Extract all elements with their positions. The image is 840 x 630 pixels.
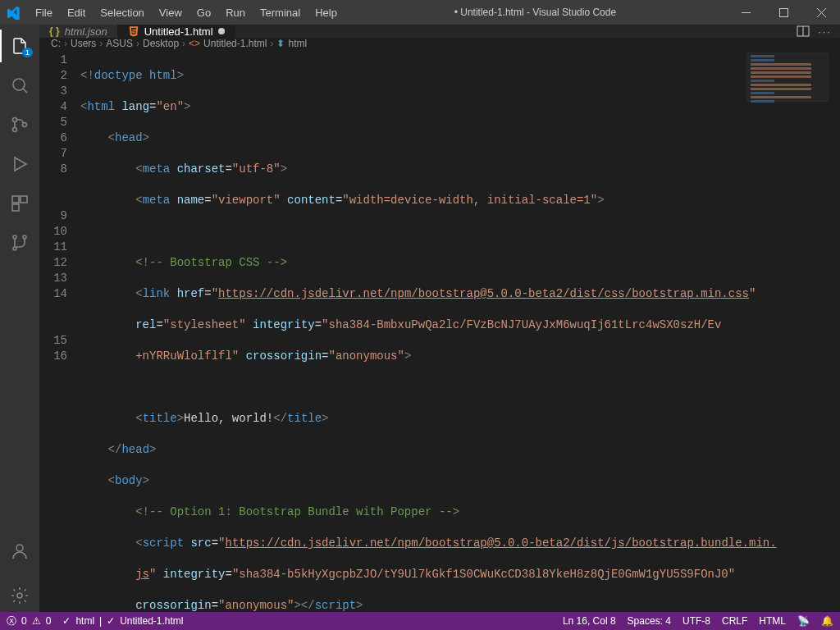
svg-point-13: [17, 593, 22, 598]
html-file-icon: [128, 25, 139, 37]
tab-label: html.json: [65, 25, 107, 38]
editor-region: { } html.json Untitled-1.html ··· C:› Us…: [39, 25, 840, 612]
vscode-logo-icon: [0, 6, 29, 20]
split-editor-icon[interactable]: [797, 25, 810, 38]
line-number-gutter: 123 456 78 910 111213 14 1516: [39, 49, 80, 630]
svg-point-2: [13, 79, 25, 90]
crumb[interactable]: ASUS: [106, 38, 133, 49]
modified-indicator-icon: [218, 28, 225, 34]
explorer-badge: 1: [22, 48, 33, 57]
extensions-icon[interactable]: [0, 187, 39, 220]
close-button[interactable]: [802, 0, 840, 25]
more-actions-icon[interactable]: ···: [818, 25, 832, 38]
svg-rect-8: [12, 204, 19, 211]
menu-view[interactable]: View: [153, 3, 189, 22]
minimize-button[interactable]: [727, 0, 765, 25]
crumb[interactable]: Users: [71, 38, 96, 49]
svg-point-9: [13, 235, 16, 239]
svg-point-4: [13, 128, 17, 132]
menubar: File Edit Selection View Go Run Terminal…: [29, 3, 344, 22]
menu-help[interactable]: Help: [308, 3, 344, 22]
html-file-icon: <>: [189, 38, 200, 49]
menu-file[interactable]: File: [29, 3, 59, 22]
crumb[interactable]: Desktop: [143, 38, 179, 49]
accounts-icon[interactable]: [0, 535, 39, 568]
window-controls: [727, 0, 840, 25]
tab-label: Untitled-1.html: [144, 25, 213, 38]
error-icon: ⓧ: [7, 614, 16, 628]
breadcrumbs[interactable]: C:› Users› ASUS› Desktop› <> Untitled-1.…: [39, 38, 840, 49]
menu-terminal[interactable]: Terminal: [253, 3, 307, 22]
crumb[interactable]: Untitled-1.html: [203, 38, 267, 49]
svg-rect-7: [21, 196, 27, 203]
svg-point-3: [13, 118, 17, 122]
html-tag-icon: ⬍: [276, 38, 285, 49]
svg-rect-6: [12, 196, 19, 203]
crumb[interactable]: html: [288, 38, 307, 49]
code-editor[interactable]: 123 456 78 910 111213 14 1516 <!doctype …: [39, 49, 840, 630]
svg-point-11: [23, 235, 26, 239]
title-bar: File Edit Selection View Go Run Terminal…: [0, 0, 840, 25]
json-file-icon: { }: [49, 25, 60, 37]
menu-selection[interactable]: Selection: [94, 3, 150, 22]
activity-bar: 1: [0, 25, 39, 612]
source-control-icon[interactable]: [0, 108, 39, 141]
window-title: • Untitled-1.html - Visual Studio Code: [344, 7, 727, 18]
settings-gear-icon[interactable]: [0, 579, 39, 612]
tab-html-json[interactable]: { } html.json: [39, 25, 118, 38]
svg-point-10: [13, 247, 16, 250]
search-icon[interactable]: [0, 69, 39, 102]
svg-point-5: [23, 123, 27, 127]
minimap[interactable]: [746, 52, 829, 102]
crumb[interactable]: C:: [51, 38, 61, 49]
menu-run[interactable]: Run: [219, 3, 252, 22]
tab-untitled-html[interactable]: Untitled-1.html: [118, 25, 235, 38]
maximize-button[interactable]: [765, 0, 802, 25]
code-content[interactable]: <!doctype html> <html lang="en"> <head> …: [80, 49, 840, 630]
menu-edit[interactable]: Edit: [61, 3, 92, 22]
menu-go[interactable]: Go: [190, 3, 217, 22]
svg-rect-1: [779, 8, 788, 16]
explorer-icon[interactable]: 1: [0, 30, 39, 62]
git-graph-icon[interactable]: [0, 226, 39, 259]
run-debug-icon[interactable]: [0, 148, 39, 180]
svg-point-12: [16, 545, 23, 551]
tab-bar: { } html.json Untitled-1.html ···: [39, 25, 840, 38]
svg-rect-0: [742, 12, 751, 13]
